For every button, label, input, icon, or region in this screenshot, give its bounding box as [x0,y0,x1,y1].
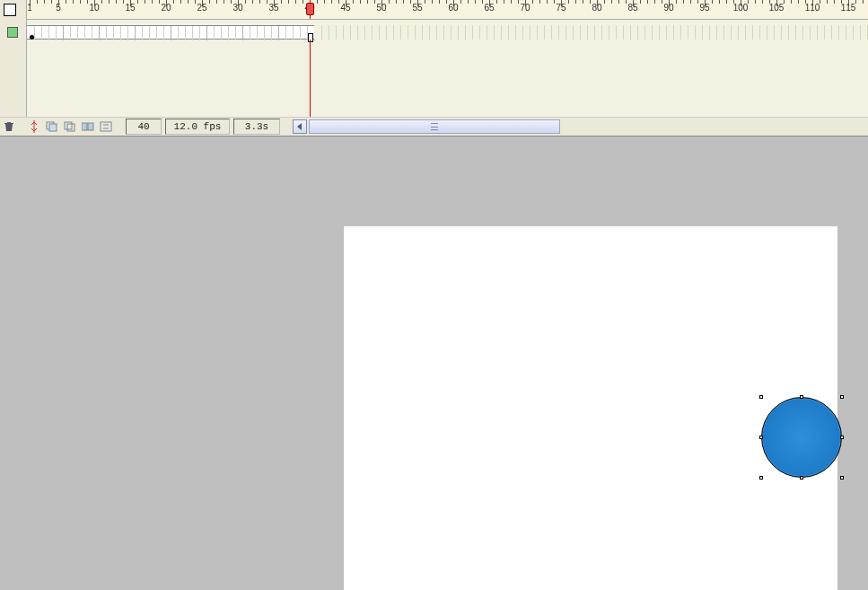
playhead-head-icon[interactable] [306,3,314,15]
layer-column [0,0,27,117]
empty-frames [314,25,868,40]
stage-area[interactable] [0,136,868,590]
stage-canvas[interactable] [344,226,837,590]
end-keyframe[interactable] [308,33,313,42]
ruler-tick-label: 75 [556,0,566,13]
ruler-tick-label: 80 [592,0,601,13]
edit-multiple-frames-icon[interactable] [80,119,96,135]
ruler-tick-label: 1 [27,0,32,13]
svg-rect-6 [101,122,111,131]
onion-skin-icon[interactable] [44,119,60,135]
svg-rect-2 [65,122,72,129]
ruler-tick-label: 10 [89,0,99,13]
selection-handle[interactable] [759,436,763,439]
svg-rect-1 [49,124,57,131]
ruler-tick-label: 85 [627,0,637,13]
current-frame-field[interactable]: 40 [126,119,162,135]
ruler-tick-label: 25 [197,0,206,13]
ruler-tick-label: 95 [699,0,709,13]
layer-visibility-toggle[interactable] [4,4,16,16]
ruler-tick-label: 90 [663,0,673,13]
timeline-panel: 1510152025303540455055606570758085909510… [0,0,868,117]
center-frame-icon[interactable] [26,119,42,135]
selection-handle[interactable] [800,476,803,480]
ruler-tick-label: 20 [161,0,171,13]
timeline-track-area[interactable] [27,20,868,117]
keyframe-dot[interactable] [30,35,34,40]
ruler-tick-label: 30 [232,0,242,13]
ruler-tick-label: 65 [484,0,494,13]
timeline-ruler[interactable]: 1510152025303540455055606570758085909510… [27,0,868,20]
selection-handle[interactable] [759,476,763,480]
onion-skin-outline-icon[interactable] [62,119,78,135]
ruler-tick-label: 70 [520,0,530,13]
timeline-statusbar: 40 12.0 fps 3.3s [0,117,868,136]
selection-handle[interactable] [759,395,763,399]
selection-handle[interactable] [840,395,844,399]
blue-circle-shape[interactable] [761,397,842,478]
timeline-scrollbar[interactable] [309,119,560,134]
svg-rect-3 [67,124,75,131]
svg-rect-4 [82,123,87,130]
ruler-tick-label: 35 [268,0,278,13]
ruler-tick-label: 55 [412,0,422,13]
trash-icon[interactable] [1,119,17,135]
scroll-left-icon[interactable] [293,119,307,134]
ruler-tick-label: 50 [376,0,386,13]
ruler-tick-label: 110 [805,0,820,13]
ruler-tick-label: 105 [769,0,785,13]
selection-handle[interactable] [840,436,844,439]
ruler-tick-label: 5 [56,0,61,13]
selection-handle[interactable] [800,395,803,399]
svg-rect-5 [88,123,93,130]
selection-handle[interactable] [840,476,844,480]
ruler-tick-label: 15 [125,0,135,13]
ruler-tick-label: 100 [733,0,749,13]
layer-color-swatch[interactable] [7,27,18,38]
fps-field[interactable]: 12.0 fps [165,119,230,135]
playhead[interactable] [310,0,311,20]
loop-icon[interactable] [98,119,114,135]
elapsed-time-field: 3.3s [233,119,280,135]
ruler-tick-label: 115 [841,0,856,13]
ruler-tick-label: 45 [340,0,350,13]
ruler-tick-label: 60 [448,0,458,13]
